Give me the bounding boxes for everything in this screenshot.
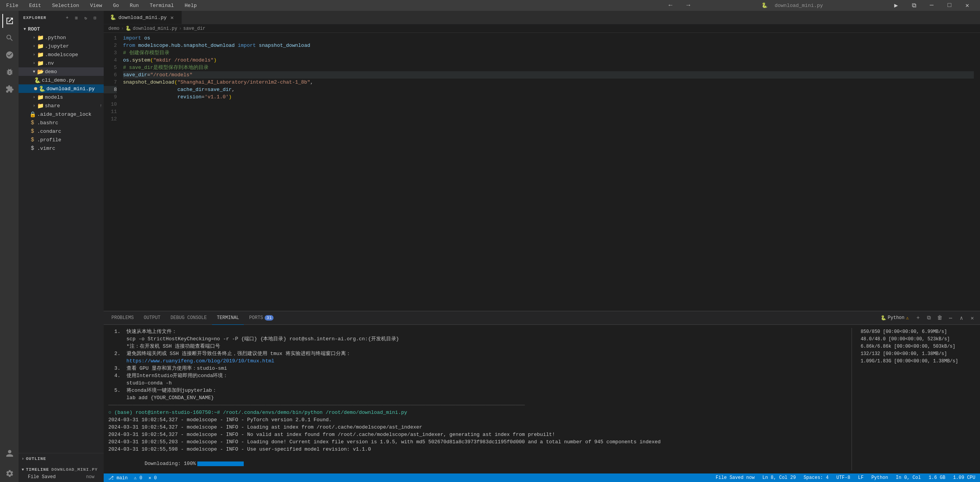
panel-more-button[interactable]: ⋯ <box>946 313 955 322</box>
terminal-stat-1: 850/850 [00:00<00:00, 6.99MB/s] <box>855 328 975 335</box>
tree-item-condarc[interactable]: $ .condarc <box>19 127 104 136</box>
status-language[interactable]: Python <box>870 475 889 480</box>
status-branch[interactable]: ⎇ main <box>107 475 129 481</box>
terminal-line-10: lab add {YOUR_CONDA_ENV_NAME} <box>108 395 852 401</box>
file-aide-icon: 🔒 <box>29 111 36 117</box>
tree-item-demo[interactable]: ▼ 📂 demo <box>19 67 104 76</box>
folder-nv-icon: 📁 <box>37 60 43 66</box>
activity-explorer-icon[interactable] <box>2 14 16 28</box>
activity-debug-icon[interactable] <box>2 65 16 79</box>
tree-item-share[interactable]: › 📁 share ↑ <box>19 101 104 110</box>
panel-tab-problems[interactable]: PROBLEMS <box>107 311 139 325</box>
status-errors[interactable]: ✕ 0 <box>147 475 159 481</box>
timeline-header[interactable]: ▼ TIMELINE download_mini.py <box>19 466 104 473</box>
outline-arrow-icon: › <box>22 457 24 461</box>
terminal-line-9: 5. 将conda环境一键添加到jupyterlab： <box>108 387 852 394</box>
terminal-line-4: 2. 避免因终端关闭或 SSH 连接断开导致任务终止，强烈建议使用 tmux 将… <box>108 350 852 357</box>
tree-root[interactable]: ▼ ROOT <box>19 25 104 33</box>
panel-add-button[interactable]: + <box>913 313 923 322</box>
terminal-line-3: *注：在开发机 SSH 连接功能查看端口号 <box>108 343 852 350</box>
tree-item-modelscope[interactable]: › 📁 .modelscope <box>19 50 104 59</box>
menu-item-edit[interactable]: Edit <box>27 2 43 9</box>
tree-item-aide-storage[interactable]: 🔒 .aide_storage_lock <box>19 110 104 118</box>
status-position[interactable]: Ln 8, Col 29 <box>761 475 797 480</box>
refresh-icon[interactable]: ↻ <box>82 14 90 22</box>
panel-tab-terminal[interactable]: TERMINAL <box>212 311 244 325</box>
menu-item-run[interactable]: Run <box>127 2 141 9</box>
status-indent[interactable]: In 0, Col <box>894 475 922 480</box>
new-file-icon[interactable]: + <box>63 14 71 22</box>
panel-tab-output[interactable]: OUTPUT <box>139 311 165 325</box>
code-line-2: from modelscope.hub.snapshot_download im… <box>123 42 974 49</box>
terminal-panel: PROBLEMS OUTPUT DEBUG CONSOLE TERMINAL P… <box>104 311 980 473</box>
sidebar-header: EXPLORER + ⊞ ↻ ⊟ <box>19 11 104 25</box>
nv-folder-arrow: › <box>31 60 37 66</box>
tree-item-models[interactable]: › 📁 models <box>19 93 104 101</box>
tab-download-mini[interactable]: 🐍 download_mini.py ✕ <box>104 11 182 24</box>
menu-item-file[interactable]: File <box>4 2 21 9</box>
timeline-item-label: File Saved <box>28 474 56 480</box>
editor-area: 🐍 download_mini.py ✕ demo › 🐍 download_m… <box>104 11 980 482</box>
menu-item-help[interactable]: Help <box>182 2 199 9</box>
tab-close-icon[interactable]: ✕ <box>169 14 175 21</box>
panel-tabs: PROBLEMS OUTPUT DEBUG CONSOLE TERMINAL P… <box>104 311 980 325</box>
status-warnings[interactable]: ⚠ 0 <box>132 475 144 481</box>
tree-item-cli-demo[interactable]: 🐍 cli_demo.py <box>19 76 104 84</box>
status-eol[interactable]: LF <box>857 475 865 480</box>
activity-account-icon[interactable] <box>2 446 16 460</box>
tree-item-vimrc[interactable]: $ .vimrc <box>19 144 104 153</box>
activity-settings-icon[interactable] <box>2 467 16 480</box>
timeline-section: ▼ TIMELINE download_mini.py File Saved n… <box>19 464 104 482</box>
file-cli-demo-icon: 🐍 <box>34 77 40 83</box>
breadcrumb-symbol[interactable]: save_dir <box>183 26 205 31</box>
code-line-10: snapshot_download("Shanghai_AI_Laborator… <box>123 79 974 86</box>
tree-item-python[interactable]: › 📁 .python <box>19 33 104 42</box>
terminal-main: 1. 快速从本地上传文件： scp -o StrictHostKeyChecki… <box>108 328 852 470</box>
code-line-7: # save_dir是模型保存到本地的目录 <box>123 64 974 71</box>
tree-item-bashrc[interactable]: $ .bashrc <box>19 118 104 127</box>
terminal-log-2: 2024-03-31 10:02:54,327 - modelscope - I… <box>108 424 852 431</box>
terminal-line-5: https://www.ruanyifeng.com/blog/2019/10/… <box>108 358 852 365</box>
outline-header[interactable]: › OUTLINE <box>19 455 104 463</box>
status-right: File Saved now Ln 8, Col 29 Spaces: 4 UT… <box>714 475 977 480</box>
activity-extensions-icon[interactable] <box>2 82 16 96</box>
terminal-content[interactable]: 1. 快速从本地上传文件： scp -o StrictHostKeyChecki… <box>104 325 980 473</box>
python-icon: 🐍 <box>881 315 886 321</box>
tree-item-nv[interactable]: › 📁 .nv <box>19 59 104 67</box>
tree-item-download-mini[interactable]: 🐍 download_mini.py <box>19 84 104 93</box>
ports-badge: 31 <box>265 315 274 321</box>
menu-item-view[interactable]: View <box>88 2 104 9</box>
status-encoding[interactable]: UTF-8 <box>835 475 852 480</box>
panel-trash-button[interactable]: 🗑 <box>935 313 944 322</box>
menu-item-terminal[interactable]: Terminal <box>147 2 176 9</box>
panel-tab-debug[interactable]: DEBUG CONSOLE <box>166 311 212 325</box>
terminal-log-5: 2024-03-31 10:02:55,598 - modelscope - I… <box>108 446 852 453</box>
status-spaces[interactable]: Spaces: 4 <box>802 475 830 480</box>
activity-git-icon[interactable] <box>2 48 16 62</box>
tree-item-jupyter[interactable]: › 📁 .jupyter <box>19 42 104 50</box>
code-content[interactable]: import os from modelscope.hub.snapshot_d… <box>123 34 980 309</box>
panel-split-button[interactable]: ⧉ <box>924 313 934 322</box>
tree-item-profile[interactable]: $ .profile <box>19 136 104 144</box>
code-editor[interactable]: 1 2 3 4 5 6 7 8 9 10 11 12 import os fro… <box>104 33 980 311</box>
panel-close-button[interactable]: ✕ <box>968 313 977 322</box>
menu-item-selection[interactable]: Selection <box>50 2 81 9</box>
terminal-line-1: 1. 快速从本地上传文件： <box>108 328 852 335</box>
status-file-saved: File Saved now <box>714 475 756 480</box>
terminal-log-1: 2024-03-31 10:02:54,327 - modelscope - I… <box>108 417 852 424</box>
new-folder-icon[interactable]: ⊞ <box>73 14 80 22</box>
panel-tab-ports[interactable]: PORTS 31 <box>245 311 278 325</box>
panel-chevron-up-icon[interactable]: ∧ <box>957 313 966 322</box>
breadcrumb-demo[interactable]: demo <box>108 26 120 31</box>
menu-item-go[interactable]: Go <box>111 2 121 9</box>
activity-search-icon[interactable] <box>2 31 16 45</box>
models-folder-arrow: › <box>31 94 37 100</box>
breadcrumb-file[interactable]: download_mini.py <box>133 26 177 31</box>
code-line-1: import os <box>123 34 974 42</box>
outline-section: › OUTLINE <box>19 453 104 464</box>
breadcrumb-py-icon: 🐍 <box>125 26 131 31</box>
folder-models-icon: 📁 <box>37 94 43 100</box>
collapse-icon[interactable]: ⊟ <box>91 14 99 22</box>
breadcrumb: demo › 🐍 download_mini.py › save_dir <box>104 24 980 33</box>
terminal-dl-1: Downloading: 100% <box>108 453 852 470</box>
